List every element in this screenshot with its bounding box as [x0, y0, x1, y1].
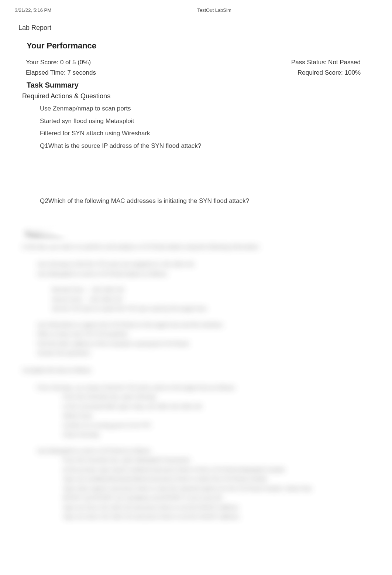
explanation-bullet: Answer the questions.: [22, 348, 325, 358]
explanation-bullet: Filter to show only TCP SYN packets.: [22, 329, 325, 339]
elapsed-time: Elapsed Time: 7 seconds: [26, 69, 96, 76]
explanation-step: From the Favorites bar, open Zenmap.: [22, 392, 325, 402]
performance-heading: Your Performance: [0, 32, 392, 51]
explanation-step: Confirm it is running port 21 for FTP.: [22, 421, 325, 430]
explanation-bullet: Find the MAC address of the computer cau…: [22, 339, 325, 348]
explanation-step: Type use auxiliary/dos/tcp/synflood and …: [22, 474, 325, 484]
task-summary-heading: Task Summary: [0, 76, 392, 89]
explanation-step-head: Use Metasploit to send a SYN flood as fo…: [22, 446, 325, 456]
explanation-bullet: Use Zenmap to find the TCP ports are tar…: [22, 259, 325, 269]
app-title: TestOut LabSim: [51, 7, 377, 13]
explanation-heading: Explanation: [22, 224, 325, 241]
explanation-bullet: Use Metasploit to send a SYN flood attac…: [22, 269, 325, 279]
report-title: Lab Report: [0, 13, 392, 32]
action-item: Started syn flood using Metasploit: [40, 115, 392, 127]
explanation-step: Type set rhost 192.168.0.45 and press En…: [22, 503, 325, 512]
blurred-explanation-region: Explanation In this lab, your task is to…: [22, 224, 325, 482]
explanation-step-head: From Zenmap, run nmap to find the TCP po…: [22, 383, 325, 392]
pass-status: Pass Status: Not Passed: [291, 59, 361, 66]
explanation-step: At the prompt, type search synflood and …: [22, 465, 325, 474]
page-timestamp: 3/21/22, 5:16 PM: [15, 7, 51, 13]
explanation-step: Select Scan.: [22, 411, 325, 421]
explanation-param: Remote host — 192.168.0.45: [22, 285, 325, 295]
required-score: Required Score: 100%: [298, 69, 361, 76]
action-item: Use Zenmap/nmap to scan ports: [40, 102, 392, 115]
question-label: Q1: [40, 141, 48, 151]
explanation-step: Type show options and press Enter to vie…: [22, 484, 325, 503]
explanation-step: From the Favorites bar, open Metasploit …: [22, 455, 325, 465]
question-label: Q2: [40, 196, 48, 206]
action-item: Filtered for SYN attach using Wireshark: [40, 127, 392, 140]
explanation-intro: In this lab, your task is to perform and…: [22, 241, 325, 253]
explanation-step: In the Command field, type nmap -p0-1000…: [22, 402, 325, 411]
explanation-param: Set the TCP port to match the TCP port u…: [22, 304, 325, 313]
explanation-step: Close Zenmap.: [22, 430, 325, 439]
explanation-param: Source host — 192.168.0.33: [22, 295, 325, 304]
explanation-bullet: Use Wireshark to capture the SYN flood o…: [22, 320, 325, 330]
explanation-complete: Complete this lab as follows:: [22, 364, 325, 376]
required-actions-heading: Required Actions & Questions: [0, 89, 392, 100]
explanation-step: Type set shost 192.168.0.33 and press En…: [22, 512, 325, 521]
question-text: Which of the following MAC addresses is …: [48, 196, 392, 206]
your-score: Your Score: 0 of 5 (0%): [26, 59, 91, 66]
question-text: What is the source IP address of the SYN…: [48, 141, 392, 151]
